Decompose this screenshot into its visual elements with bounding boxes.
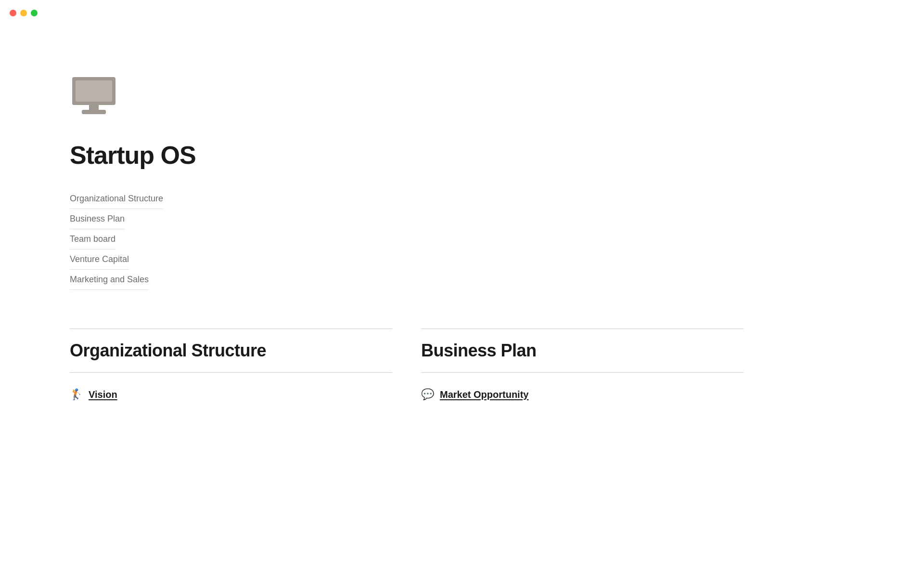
org-structure-title: Organizational Structure: [70, 341, 392, 361]
traffic-lights: [10, 10, 38, 16]
traffic-light-yellow[interactable]: [20, 10, 27, 16]
org-structure-section: Organizational Structure 🏌️ Vision: [70, 328, 392, 405]
market-label: Market Opportunity: [440, 389, 528, 400]
vision-emoji: 🏌️: [70, 388, 83, 401]
business-plan-divider: [421, 372, 744, 373]
org-structure-item-vision[interactable]: 🏌️ Vision: [70, 384, 392, 405]
org-structure-divider: [70, 372, 392, 373]
svg-rect-1: [76, 80, 112, 102]
nav-link-org-structure[interactable]: Organizational Structure: [70, 189, 163, 209]
nav-link-venture-capital[interactable]: Venture Capital: [70, 250, 129, 270]
svg-rect-2: [89, 105, 99, 110]
market-emoji: 💬: [421, 388, 434, 401]
page-title: Startup OS: [70, 141, 770, 170]
nav-link-marketing-sales[interactable]: Marketing and Sales: [70, 270, 149, 290]
sections-grid: Organizational Structure 🏌️ Vision Busin…: [70, 328, 744, 405]
nav-link-team-board[interactable]: Team board: [70, 229, 116, 250]
business-plan-section: Business Plan 💬 Market Opportunity: [421, 328, 744, 405]
nav-links: Organizational Structure Business Plan T…: [70, 189, 770, 290]
traffic-light-red[interactable]: [10, 10, 16, 16]
business-plan-item-market[interactable]: 💬 Market Opportunity: [421, 384, 744, 405]
vision-label: Vision: [89, 389, 117, 400]
svg-rect-3: [82, 110, 106, 114]
traffic-light-green[interactable]: [31, 10, 38, 16]
nav-link-business-plan[interactable]: Business Plan: [70, 209, 125, 229]
business-plan-title: Business Plan: [421, 341, 744, 361]
main-content: Startup OS Organizational Structure Busi…: [0, 0, 770, 443]
monitor-icon: [70, 77, 770, 118]
